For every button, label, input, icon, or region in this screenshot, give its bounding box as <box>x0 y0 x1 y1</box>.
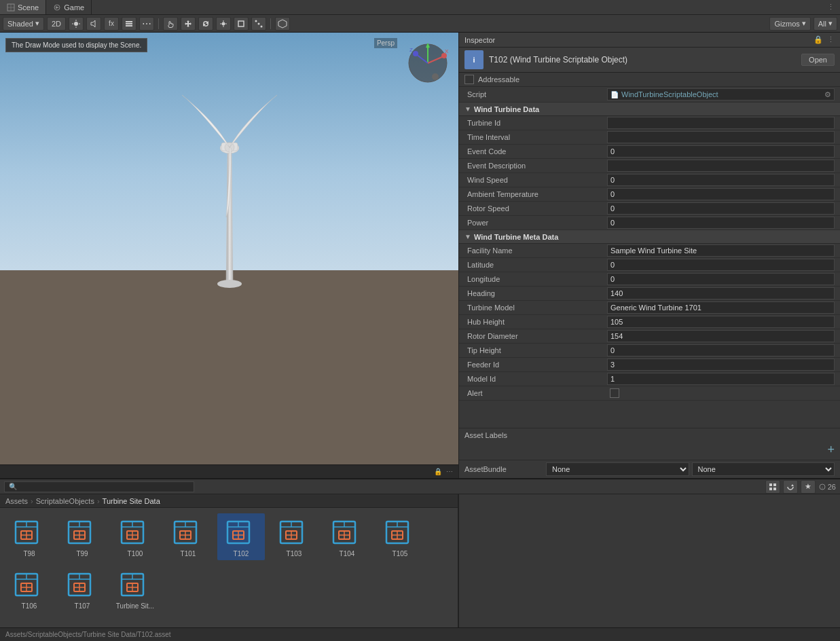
addressable-checkbox[interactable] <box>464 75 474 84</box>
ambient-temp-value[interactable]: 0 <box>607 188 835 200</box>
toolbar-div1 <box>158 18 159 29</box>
rotor-speed-value[interactable]: 0 <box>607 202 835 215</box>
fx-btn[interactable]: fx <box>104 17 119 31</box>
section-wind-turbine-meta[interactable]: ▼ Wind Turbine Meta Data <box>459 230 840 244</box>
asset-labels-header: Asset Labels <box>464 431 835 439</box>
asset-item-t103[interactable]: T103 <box>270 513 318 560</box>
longitude-label: Longitude <box>464 275 607 283</box>
asset-grid[interactable]: T98 T99 <box>0 508 458 627</box>
move-tool[interactable] <box>181 17 196 31</box>
search-input[interactable] <box>20 483 189 491</box>
gizmos-dropdown[interactable]: Gizmos ▾ <box>769 17 810 31</box>
edit-col-btn[interactable] <box>275 17 290 31</box>
all-arrow: ▾ <box>828 19 833 28</box>
asset-item-t107[interactable]: T107 <box>58 566 106 612</box>
inspector-content[interactable]: Script 📄 WindTurbineScriptableObject ⚙ ▼… <box>459 87 840 478</box>
latitude-value[interactable]: 0 <box>607 259 835 271</box>
longitude-value[interactable]: 0 <box>607 273 835 285</box>
asset-item-t104[interactable]: T104 <box>323 513 371 560</box>
row-alert: Alert <box>459 386 840 401</box>
scale-tool[interactable] <box>216 17 231 31</box>
main-area: The Draw Mode used to display the Scene.… <box>0 33 840 478</box>
asset-item-turbine-sit[interactable]: Turbine Sit... <box>111 566 159 612</box>
script-label: Script <box>464 90 607 98</box>
lighting-btn[interactable] <box>69 17 84 31</box>
feeder-id-value[interactable]: 3 <box>607 359 835 371</box>
turbine-id-value[interactable] <box>607 117 835 129</box>
breadcrumb-turbine[interactable]: Turbine Site Data <box>103 497 160 505</box>
tip-height-value[interactable]: 0 <box>607 344 835 356</box>
event-code-value[interactable]: 0 <box>607 145 835 158</box>
move-icon <box>184 20 192 28</box>
search-box[interactable]: 🔍 <box>4 481 194 492</box>
svg-text:Y: Y <box>426 45 430 52</box>
all-dropdown[interactable]: All ▾ <box>814 17 837 31</box>
asset-bundle-select-2[interactable]: None <box>692 462 835 476</box>
script-settings-icon[interactable]: ⚙ <box>824 90 831 99</box>
star-btn[interactable]: ★ <box>801 480 816 494</box>
rotate-tool[interactable] <box>198 17 213 31</box>
audio-btn[interactable] <box>86 17 101 31</box>
facility-name-value[interactable]: Sample Wind Turbine Site <box>607 244 835 257</box>
asset-item-t100[interactable]: T100 <box>111 513 159 560</box>
asset-label-add-icon[interactable]: + <box>827 443 835 456</box>
status-path: Assets/ScriptableObjects/Turbine Site Da… <box>5 631 171 638</box>
script-name: WindTurbineScriptableObject <box>621 90 718 98</box>
time-interval-value[interactable] <box>607 131 835 143</box>
alert-checkbox[interactable] <box>610 388 619 398</box>
tab-bar-menu[interactable]: ⋮ <box>822 3 840 12</box>
inspector-lock-icon[interactable]: 🔒 <box>814 35 823 44</box>
svg-rect-13 <box>126 25 132 26</box>
rect-tool[interactable] <box>234 17 249 31</box>
shaded-dropdown[interactable]: Shaded ▾ <box>3 17 44 31</box>
model-id-value[interactable]: 1 <box>607 373 835 385</box>
turbine-model-value[interactable]: Generic Wind Turbine 1701 <box>607 301 835 314</box>
event-desc-value[interactable] <box>607 160 835 172</box>
tab-scene[interactable]: Scene <box>0 0 46 14</box>
asset-icon-t99 <box>66 516 98 549</box>
breadcrumb-scriptable[interactable]: ScriptableObjects <box>36 497 94 505</box>
layers-icon <box>125 20 133 28</box>
inspector-menu-icon[interactable]: ⋮ <box>827 35 835 44</box>
col-view-btn[interactable] <box>765 480 780 494</box>
asset-label-t106: T106 <box>22 602 37 610</box>
asset-item-t99[interactable]: T99 <box>58 513 106 560</box>
dots-btn[interactable]: ⋯ <box>139 17 154 31</box>
asset-labels-section: Asset Labels + <box>459 428 840 460</box>
scene-vis-btn[interactable] <box>122 17 136 31</box>
hub-height-value[interactable]: 105 <box>607 316 835 328</box>
svg-marker-4 <box>56 6 59 9</box>
asset-item-t106[interactable]: T106 <box>5 566 53 612</box>
transform-tool[interactable] <box>251 17 266 31</box>
asset-item-t105[interactable]: T105 <box>376 513 424 560</box>
rotor-diameter-value[interactable]: 154 <box>607 330 835 342</box>
2d-toggle[interactable]: 2D <box>47 17 66 31</box>
asset-item-t101[interactable]: T101 <box>164 513 212 560</box>
script-value[interactable]: 📄 WindTurbineScriptableObject ⚙ <box>607 88 835 100</box>
tab-game[interactable]: Game <box>46 0 92 14</box>
breadcrumb-sep-2: › <box>97 497 100 505</box>
row-heading: Heading 140 <box>459 287 840 301</box>
power-value[interactable]: 0 <box>607 217 835 229</box>
section-label-1: Wind Turbine Data <box>474 105 539 113</box>
open-button[interactable]: Open <box>801 54 835 66</box>
event-desc-label: Event Description <box>464 162 607 170</box>
nav-gizmo[interactable]: Y X Z <box>404 39 452 87</box>
heading-value[interactable]: 140 <box>607 287 835 299</box>
asset-icon-t104 <box>331 516 363 549</box>
wind-speed-value[interactable]: 0 <box>607 174 835 186</box>
hand-tool[interactable] <box>163 17 178 31</box>
refresh-btn[interactable] <box>783 480 798 494</box>
ground-background <box>0 270 458 464</box>
tab-bar: Scene Game ⋮ <box>0 0 840 15</box>
svg-rect-12 <box>126 23 132 24</box>
breadcrumb-assets[interactable]: Assets <box>5 497 28 505</box>
star-icon: ★ <box>805 482 811 491</box>
asset-item-t102[interactable]: T102 <box>217 513 265 560</box>
more-icon[interactable]: ⋯ <box>446 468 453 475</box>
asset-bundle-select-1[interactable]: None <box>546 462 689 476</box>
asset-item-t98[interactable]: T98 <box>5 513 53 560</box>
section-wind-turbine-data[interactable]: ▼ Wind Turbine Data <box>459 103 840 116</box>
lock-icon[interactable]: 🔒 <box>434 468 442 475</box>
scene-canvas[interactable]: The Draw Mode used to display the Scene.… <box>0 33 458 464</box>
